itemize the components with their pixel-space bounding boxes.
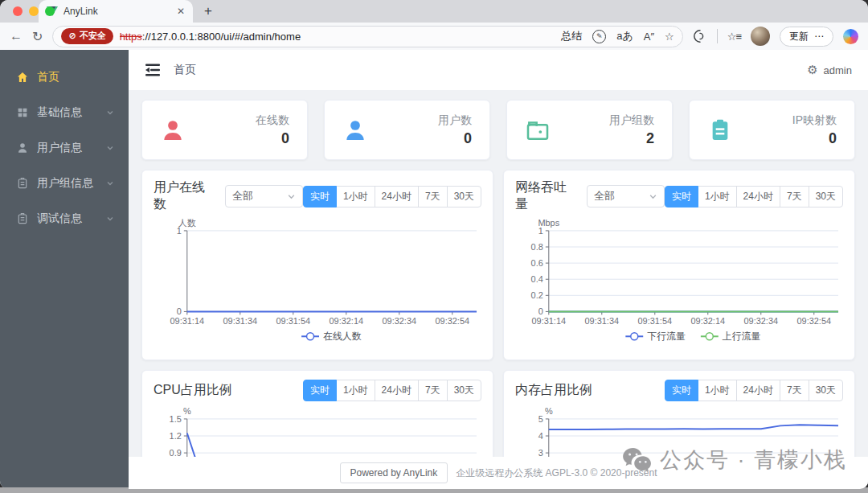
wechat-icon (622, 447, 653, 473)
gear-icon[interactable]: ⚙ (807, 63, 817, 77)
range-button-实时[interactable]: 实时 (303, 380, 337, 401)
stat-card-users: 用户数0 (324, 100, 490, 160)
stat-value: 0 (438, 130, 472, 147)
watermark: 公众号 · 青檬小栈 (622, 446, 847, 475)
user-icon (342, 117, 368, 143)
watermark-text: 公众号 · 青檬小栈 (660, 446, 847, 475)
svg-text:0.6: 0.6 (531, 258, 543, 268)
range-button-group: 实时1小时24小时7天30天 (665, 380, 843, 401)
security-badge[interactable]: ⊘不安全 (61, 28, 113, 44)
range-button-30天[interactable]: 30天 (809, 380, 843, 401)
svg-text:在线人数: 在线人数 (323, 331, 362, 342)
range-button-7天[interactable]: 7天 (780, 380, 809, 401)
clipboard-icon (707, 117, 733, 143)
sidebar-item-basic-info[interactable]: 基础信息 (0, 95, 129, 130)
panel-title: 网络吞吐量 (515, 179, 577, 213)
window-controls (13, 6, 55, 16)
sidebar-item-home[interactable]: 首页 (0, 60, 129, 95)
chevron-down-icon (106, 144, 114, 152)
close-window-button[interactable] (13, 6, 23, 16)
collapse-menu-icon[interactable] (145, 63, 161, 77)
reload-icon[interactable]: ↻ (32, 29, 43, 44)
chevron-down-icon (106, 109, 114, 117)
range-button-24小时[interactable]: 24小时 (375, 186, 419, 207)
maximize-window-button[interactable] (45, 6, 55, 16)
range-button-group: 实时1小时24小时7天30天 (303, 380, 481, 401)
range-button-7天[interactable]: 7天 (418, 186, 448, 207)
range-button-24小时[interactable]: 24小时 (375, 380, 419, 401)
powered-by-badge: Powered by AnyLink (340, 462, 448, 483)
clipboard-icon (16, 177, 29, 190)
range-button-30天[interactable]: 30天 (447, 380, 481, 401)
more-icon[interactable]: ⋯ (814, 31, 824, 42)
svg-text:1.5: 1.5 (170, 414, 182, 424)
range-button-24小时[interactable]: 24小时 (736, 186, 780, 207)
url-text: https://127.0.0.1:8800/ui/#/admin/home (120, 31, 555, 43)
range-button-1小时[interactable]: 1小时 (698, 186, 737, 207)
sidebar-item-debug-info[interactable]: 调试信息 (0, 201, 129, 236)
minimize-window-button[interactable] (29, 6, 39, 16)
browser-tab[interactable]: AnyLink ✕ (39, 0, 193, 23)
stat-label: 在线数 (256, 113, 289, 128)
svg-text:%: % (545, 406, 553, 416)
svg-text:09:32:14: 09:32:14 (690, 316, 725, 326)
range-button-30天[interactable]: 30天 (447, 186, 481, 207)
favorites-bar-icon[interactable]: ☆≡ (727, 31, 741, 43)
range-button-1小时[interactable]: 1小时 (698, 380, 737, 401)
profile-avatar[interactable] (751, 27, 770, 46)
range-button-实时[interactable]: 实时 (665, 186, 698, 207)
sidebar-item-user-info[interactable]: 用户信息 (0, 130, 129, 166)
range-button-30天[interactable]: 30天 (809, 186, 843, 207)
chevron-down-icon (106, 215, 114, 223)
panel-title: CPU占用比例 (154, 382, 232, 399)
browser-essentials-icon[interactable] (693, 29, 707, 43)
browser-toolbar: ← ↻ ⊘不安全 https://127.0.0.1:8800/ui/#/adm… (0, 23, 868, 50)
range-button-7天[interactable]: 7天 (418, 380, 448, 401)
chevron-down-icon (106, 179, 114, 187)
username[interactable]: admin (824, 64, 852, 76)
svg-text:09:31:54: 09:31:54 (637, 316, 672, 326)
breadcrumb[interactable]: 首页 (174, 63, 196, 77)
range-button-实时[interactable]: 实时 (303, 186, 337, 207)
svg-text:09:31:14: 09:31:14 (170, 316, 205, 326)
range-button-1小时[interactable]: 1小时 (336, 186, 375, 207)
stat-label: 用户组数 (609, 113, 654, 128)
tab-close-icon[interactable]: ✕ (177, 6, 185, 17)
panel-title: 用户在线数 (154, 179, 215, 213)
new-tab-button[interactable]: + (204, 3, 212, 19)
svg-text:09:32:54: 09:32:54 (435, 316, 469, 326)
back-icon[interactable]: ← (10, 29, 23, 43)
chart-filter-select[interactable]: 全部 (587, 185, 665, 207)
users-online-chart[interactable]: 人数0109:31:1409:31:3409:31:5409:32:1409:3… (154, 218, 481, 351)
range-button-1小时[interactable]: 1小时 (336, 380, 375, 401)
sidebar-item-user-group-info[interactable]: 用户组信息 (0, 166, 129, 201)
range-button-24小时[interactable]: 24小时 (736, 380, 780, 401)
user-icon (160, 117, 186, 143)
compose-icon[interactable]: ✎ (592, 30, 606, 43)
range-button-实时[interactable]: 实时 (665, 380, 698, 401)
translate-icon[interactable]: aあ (616, 29, 633, 43)
svg-text:1: 1 (538, 226, 543, 236)
tab-strip: AnyLink ✕ + (0, 0, 868, 23)
range-button-group: 实时1小时24小时7天30天 (665, 186, 843, 207)
read-aloud-icon[interactable]: A″ (644, 31, 654, 43)
update-button[interactable]: 更新 ⋯ (780, 27, 833, 47)
favorite-star-icon[interactable]: ☆ (665, 31, 674, 43)
range-button-group: 实时1小时24小时7天30天 (303, 186, 481, 207)
range-button-7天[interactable]: 7天 (780, 186, 809, 207)
stat-value: 0 (792, 130, 837, 147)
not-secure-icon: ⊘ (68, 31, 76, 41)
summarize-button[interactable]: 总结 (561, 29, 582, 43)
chart-filter-select[interactable]: 全部 (225, 185, 303, 207)
toolbar-divider (717, 29, 718, 43)
stat-label: IP映射数 (792, 113, 837, 128)
svg-text:1: 1 (177, 226, 182, 236)
address-bar[interactable]: ⊘不安全 https://127.0.0.1:8800/ui/#/admin/h… (52, 26, 682, 47)
network-throughput-chart[interactable]: Mbps00.20.40.60.8109:31:1409:31:3409:31:… (515, 218, 843, 351)
svg-text:%: % (183, 406, 191, 416)
stat-card-online: 在线数0 (141, 100, 308, 160)
tab-title: AnyLink (63, 6, 171, 17)
panel-users-online: 用户在线数 全部 实时1小时24小时7天30天 人数0109:31:1409:3… (141, 170, 493, 360)
svg-text:09:31:34: 09:31:34 (585, 316, 620, 326)
copilot-icon[interactable] (843, 29, 858, 44)
